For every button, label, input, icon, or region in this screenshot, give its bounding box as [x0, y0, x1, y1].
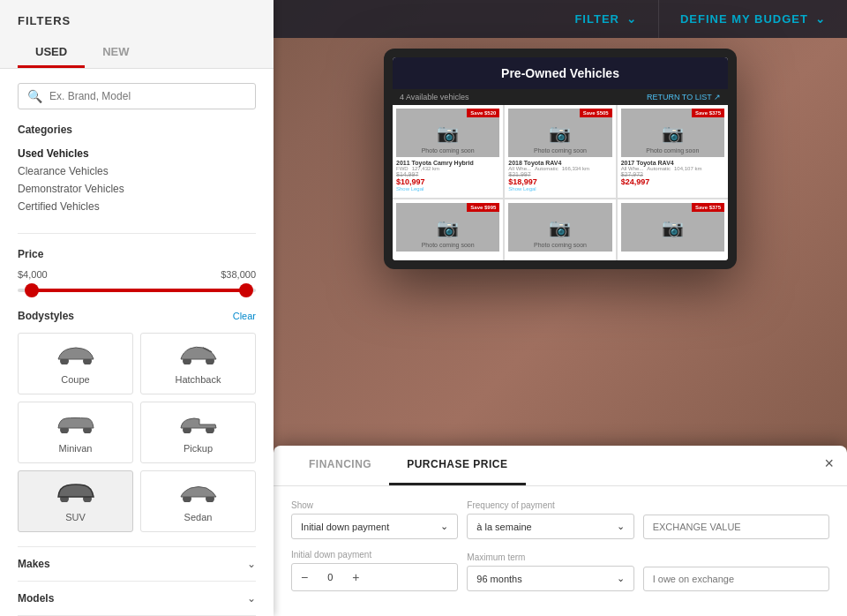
- show-group: Show Initial down payment ⌄: [291, 500, 458, 539]
- vehicle-info-5: [621, 252, 724, 257]
- makes-section[interactable]: Makes ⌄: [18, 546, 256, 581]
- top-bar: FILTER ⌄ DEFINE MY BUDGET ⌄: [274, 0, 847, 38]
- modal-row-1: Show Initial down payment ⌄ Frequency of…: [291, 500, 829, 539]
- price-section: Price $4,000 $38,000: [18, 248, 256, 292]
- frequency-group: Frequency of payment à la semaine ⌄: [467, 500, 633, 539]
- clear-bodystyles-button[interactable]: Clear: [233, 311, 256, 321]
- price-was-0: $14,997: [396, 171, 499, 177]
- slider-fill: [32, 289, 246, 292]
- bodystyle-suv[interactable]: SUV: [18, 470, 133, 532]
- modal-tabs: FINANCING PURCHASE PRICE: [274, 446, 847, 486]
- category-used[interactable]: Used Vehicles: [18, 145, 256, 162]
- camera-icon-5: 📷: [662, 217, 684, 238]
- vehicle-info-1: 2018 Toyota RAV4 All Whe... Automatic 16…: [508, 157, 611, 194]
- suv-label: SUV: [65, 512, 86, 522]
- slider-thumb-right[interactable]: [239, 283, 253, 297]
- save-badge-0: Save $520: [467, 109, 499, 117]
- vehicle-info-2: 2017 Toyota RAV4 All Whe... Automatic 10…: [621, 157, 724, 189]
- bodystyles-header: Bodystyles Clear: [18, 310, 256, 322]
- frequency-select[interactable]: à la semaine ⌄: [467, 514, 633, 539]
- modal-close-button[interactable]: ×: [824, 454, 834, 473]
- slider-thumb-left[interactable]: [25, 283, 39, 297]
- show-legal-1[interactable]: Show Legal: [508, 186, 611, 192]
- divider-1: [18, 233, 256, 234]
- vehicles-grid: 📷 Photo coming soon Save $520 2011 Toyot…: [393, 105, 728, 260]
- camera-icon-0: 📷: [437, 123, 459, 144]
- show-select[interactable]: Initial down payment ⌄: [291, 514, 458, 539]
- show-value: Initial down payment: [301, 522, 389, 532]
- hatchback-icon: [176, 342, 221, 371]
- price-min: $4,000: [18, 269, 48, 280]
- vehicle-img-0: 📷 Photo coming soon Save $520: [396, 109, 499, 157]
- sidebar-tabs: USED NEW: [18, 38, 256, 68]
- category-certified[interactable]: Certified Vehicles: [18, 198, 256, 215]
- search-input[interactable]: [49, 90, 246, 102]
- vehicle-img-4: 📷 Photo coming soon: [508, 203, 611, 252]
- vehicle-card-5[interactable]: 📷 Save $375: [618, 199, 728, 260]
- tab-purchase-price[interactable]: PURCHASE PRICE: [389, 446, 525, 485]
- models-title: Models: [18, 592, 54, 605]
- vehicle-card-2[interactable]: 📷 Photo coming soon Save $375 2017 Toyot…: [618, 105, 728, 198]
- category-demonstrator[interactable]: Demonstrator Vehicles: [18, 180, 256, 198]
- models-chevron: ⌄: [247, 592, 256, 605]
- exchange-value-input[interactable]: [643, 515, 829, 539]
- show-label: Show: [291, 500, 458, 510]
- define-budget-button[interactable]: DEFINE MY BUDGET ⌄: [659, 0, 847, 38]
- pickup-label: Pickup: [184, 443, 213, 454]
- show-chevron: ⌄: [440, 521, 448, 532]
- frequency-chevron: ⌄: [617, 521, 625, 532]
- stepper-minus[interactable]: −: [292, 564, 317, 590]
- sidebar: FILTERS USED NEW 🔍 Categories Used Vehic…: [0, 0, 274, 616]
- return-link[interactable]: RETURN TO LIST ↗: [647, 93, 721, 101]
- show-legal-0[interactable]: Show Legal: [396, 186, 499, 192]
- search-box[interactable]: 🔍: [18, 83, 256, 109]
- vehicle-card-1[interactable]: 📷 Photo coming soon Save $505 2018 Toyot…: [505, 105, 615, 198]
- down-label: Initial down payment: [291, 550, 458, 560]
- filter-button[interactable]: FILTER ⌄: [553, 0, 659, 38]
- vehicle-info-4: [508, 252, 611, 257]
- down-payment-group: Initial down payment − 0 +: [291, 550, 458, 591]
- vehicles-count: 4 Available vehicles: [400, 93, 468, 101]
- vehicle-card-0[interactable]: 📷 Photo coming soon Save $520 2011 Toyot…: [393, 105, 503, 198]
- makes-title: Makes: [18, 558, 50, 570]
- term-chevron: ⌄: [617, 573, 625, 584]
- hatchback-label: Hatchback: [176, 374, 221, 385]
- stepper-plus[interactable]: +: [343, 564, 368, 590]
- models-section[interactable]: Models ⌄: [18, 581, 256, 615]
- down-payment-stepper[interactable]: − 0 +: [291, 563, 458, 591]
- sidebar-title: FILTERS: [18, 14, 256, 27]
- camera-icon-2: 📷: [662, 123, 684, 144]
- price-slider[interactable]: [18, 289, 256, 292]
- filter-chevron-icon: ⌄: [626, 12, 637, 26]
- bodystyle-minivan[interactable]: Minivan: [18, 402, 133, 463]
- search-icon: 🔍: [27, 89, 42, 103]
- tab-new[interactable]: NEW: [85, 38, 146, 68]
- categories-title: Categories: [18, 124, 256, 136]
- bodystyle-sedan[interactable]: Sedan: [140, 470, 256, 532]
- main-area: FILTER ⌄ DEFINE MY BUDGET ⌄ Pre-Owned Ve…: [274, 0, 847, 616]
- bodystyle-hatchback[interactable]: Hatchback: [140, 333, 256, 394]
- vehicle-img-5: 📷 Save $375: [621, 203, 724, 252]
- sidebar-header: FILTERS USED NEW: [0, 0, 274, 69]
- owe-exchange-input[interactable]: [643, 567, 829, 591]
- makes-chevron: ⌄: [247, 558, 256, 570]
- term-select[interactable]: 96 months ⌄: [467, 566, 633, 591]
- price-now-2: $24,997: [621, 177, 724, 186]
- bodystyles-title: Bodystyles: [18, 310, 74, 322]
- modal-body: Show Initial down payment ⌄ Frequency of…: [274, 486, 847, 616]
- tab-financing[interactable]: FINANCING: [291, 446, 389, 485]
- vehicle-card-4[interactable]: 📷 Photo coming soon: [505, 199, 615, 260]
- category-clearance[interactable]: Clearance Vehicles: [18, 162, 256, 180]
- vehicle-name-1: 2018 Toyota RAV4: [508, 160, 611, 166]
- bodystyle-pickup[interactable]: Pickup: [140, 402, 256, 463]
- tablet-device: Pre-Owned Vehicles 4 Available vehicles …: [384, 49, 737, 269]
- save-badge-1: Save $505: [580, 109, 612, 117]
- vehicle-card-3[interactable]: 📷 Photo coming soon Save $995: [393, 199, 503, 260]
- term-value: 96 months: [476, 574, 521, 584]
- tab-used[interactable]: USED: [18, 38, 85, 68]
- filter-label: FILTER: [574, 12, 619, 26]
- bodystyle-coupe[interactable]: Coupe: [18, 333, 133, 394]
- term-label: Maximum term: [467, 552, 633, 562]
- price-now-1: $18,997: [508, 177, 611, 186]
- sedan-icon: [176, 480, 221, 508]
